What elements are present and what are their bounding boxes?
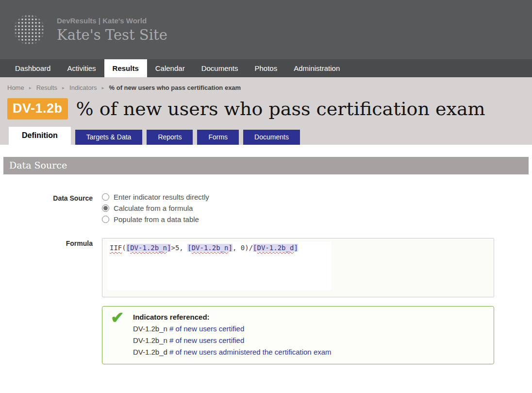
referenced-item-code: DV-1.2b_n: [133, 325, 167, 333]
label-spacer: [0, 306, 102, 364]
radio-populate-table-input[interactable]: [102, 216, 109, 223]
nav-item-activities[interactable]: Activities: [59, 59, 104, 77]
formula-segment: DV-1.2b_d: [257, 244, 294, 252]
tab-documents[interactable]: Documents: [243, 130, 300, 145]
breadcrumb-separator-icon: ▸: [29, 85, 32, 90]
formula-segment: [: [187, 244, 191, 252]
formula-segment: [: [126, 244, 130, 252]
site-name: Kate's Test Site: [57, 27, 167, 43]
formula-label: Formula: [0, 238, 102, 247]
data-source-form: Data Source Enter indicator results dire…: [0, 174, 532, 385]
formula-segment: DV-1.2b_n: [192, 244, 229, 252]
nav-item-dashboard[interactable]: Dashboard: [7, 59, 59, 77]
referenced-item-code: DV-1.2b_d: [133, 348, 167, 356]
breadcrumb-indicators[interactable]: Indicators: [69, 84, 97, 91]
formula-segment: IIF: [110, 244, 122, 252]
breadcrumb-separator-icon: ▸: [101, 85, 104, 90]
indicator-tabs: Definition Targets & Data Reports Forms …: [0, 120, 532, 145]
tab-definition[interactable]: Definition: [9, 127, 71, 145]
formula-segment: [: [253, 244, 257, 252]
page-title-row: DV-1.2b % of new users who pass certific…: [0, 96, 532, 120]
radio-populate-table-label: Populate from a data table: [114, 215, 199, 223]
referenced-item-link[interactable]: # of new users certified: [169, 336, 244, 344]
breadcrumb-home[interactable]: Home: [7, 84, 24, 91]
nav-item-calendar[interactable]: Calendar: [147, 59, 193, 77]
app-header: DevResults | Kate's World Kate's Test Si…: [0, 0, 532, 59]
data-source-label: Data Source: [0, 193, 102, 202]
data-source-radio-group: Enter indicator results directly Calcula…: [102, 193, 209, 223]
radio-calculate-formula-label: Calculate from a formula: [114, 204, 193, 212]
data-source-row: Data Source Enter indicator results dire…: [0, 193, 532, 223]
check-icon: ✔: [111, 309, 124, 325]
tab-targets-data[interactable]: Targets & Data: [75, 130, 143, 145]
referenced-item-link[interactable]: # of new users administered the certific…: [169, 348, 332, 356]
data-source-section-header: Data Source: [3, 157, 529, 174]
breadcrumb-current: % of new users who pass certification ex…: [109, 84, 241, 91]
referenced-item: DV-1.2b_d # of new users administered th…: [133, 348, 486, 357]
formula-segment: , 0)/: [233, 244, 253, 252]
page-title: % of new users who pass certification ex…: [76, 98, 485, 120]
radio-enter-directly-input[interactable]: [102, 193, 109, 201]
radio-calculate-formula[interactable]: Calculate from a formula: [102, 204, 209, 212]
referenced-item: DV-1.2b_n # of new users certified: [133, 336, 486, 345]
hero-section: Home ▸ Results ▸ Indicators ▸ % of new u…: [0, 77, 532, 145]
formula-row: Formula IIF([DV-1.2b_n]>5, [DV-1.2b_n], …: [0, 238, 532, 297]
referenced-item-code: DV-1.2b_n: [133, 336, 167, 344]
dotted-globe-logo-icon: [14, 14, 45, 45]
formula-text[interactable]: IIF([DV-1.2b_n]>5, [DV-1.2b_n], 0)/[DV-1…: [107, 241, 332, 290]
referenced-item-link[interactable]: # of new users certified: [169, 325, 244, 333]
formula-segment: (: [122, 244, 126, 252]
formula-editor[interactable]: IIF([DV-1.2b_n]>5, [DV-1.2b_n], 0)/[DV-1…: [102, 238, 494, 297]
tab-forms[interactable]: Forms: [197, 130, 239, 145]
brand-title: DevResults | Kate's World: [57, 17, 167, 25]
radio-calculate-formula-input[interactable]: [102, 205, 109, 212]
formula-segment: ]: [228, 244, 232, 252]
breadcrumb-results[interactable]: Results: [36, 84, 57, 91]
formula-segment: ]: [294, 244, 298, 252]
indicator-code-badge: DV-1.2b: [7, 98, 68, 120]
radio-enter-directly[interactable]: Enter indicator results directly: [102, 193, 209, 201]
radio-enter-directly-label: Enter indicator results directly: [114, 193, 209, 201]
nav-item-photos[interactable]: Photos: [247, 59, 286, 77]
main-nav: Dashboard Activities Results Calendar Do…: [0, 59, 532, 77]
tab-reports[interactable]: Reports: [147, 130, 193, 145]
indicators-referenced-box: ✔ Indicators referenced: DV-1.2b_n # of …: [102, 306, 494, 364]
referenced-item: DV-1.2b_n # of new users certified: [133, 325, 486, 333]
nav-item-results[interactable]: Results: [104, 59, 147, 77]
formula-segment: DV-1.2b_n: [130, 244, 167, 252]
indicators-referenced-title: Indicators referenced:: [133, 313, 486, 321]
breadcrumb-separator-icon: ▸: [62, 85, 65, 90]
brand-block: DevResults | Kate's World Kate's Test Si…: [57, 17, 167, 43]
nav-item-administration[interactable]: Administration: [285, 59, 348, 77]
formula-segment: >5,: [171, 244, 187, 252]
radio-populate-table[interactable]: Populate from a data table: [102, 215, 209, 223]
indicators-referenced-wrap: ✔ Indicators referenced: DV-1.2b_n # of …: [0, 306, 532, 364]
breadcrumb: Home ▸ Results ▸ Indicators ▸ % of new u…: [0, 77, 532, 96]
nav-item-documents[interactable]: Documents: [193, 59, 247, 77]
